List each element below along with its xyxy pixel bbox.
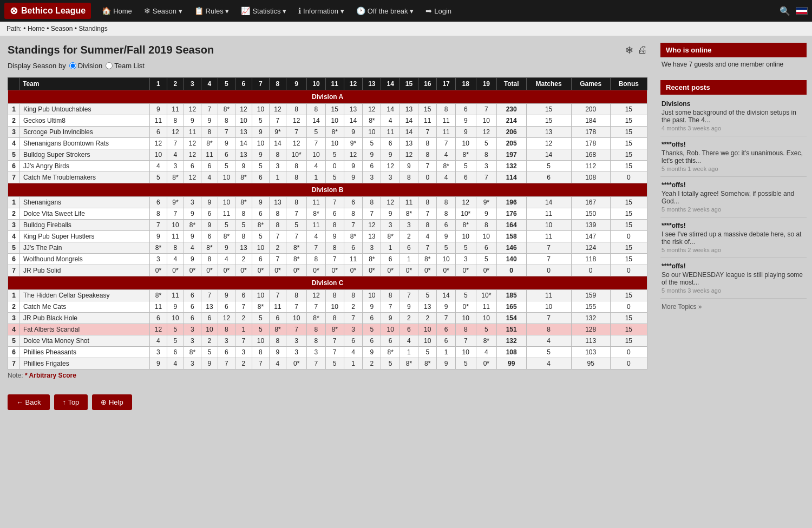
rules-icon: 📋	[194, 6, 204, 15]
score-cell: 7	[286, 231, 307, 242]
post-time: 5 months 2 weeks ago	[662, 247, 806, 253]
score-cell: 4	[150, 161, 167, 172]
score-cell: 0*	[363, 265, 381, 276]
clock-icon: 🕐	[356, 6, 365, 15]
total-cell: 206	[496, 127, 526, 138]
score-cell: 3	[400, 220, 418, 231]
score-cell: 9	[437, 301, 455, 313]
radio-division-text: Division	[78, 62, 103, 70]
post-title[interactable]: Divisions	[662, 100, 806, 108]
nav-home[interactable]: 🏠 Home	[96, 4, 137, 17]
post-title[interactable]: ****offs!	[662, 141, 806, 148]
nav-offthebreak[interactable]: 🕐 Off the break ▾	[351, 4, 420, 17]
snowflake-icon[interactable]: ❄	[625, 44, 633, 56]
score-cell: 12	[218, 313, 235, 324]
score-cell: 10	[307, 149, 325, 161]
score-cell: 8*	[150, 290, 167, 301]
score-cell: 2	[235, 313, 252, 324]
bonus-cell: 15	[610, 149, 647, 161]
score-cell: 3	[150, 347, 167, 358]
score-cell: 8	[344, 208, 362, 220]
score-cell: 8*	[218, 104, 235, 115]
score-cell: 5	[218, 220, 235, 231]
bonus-cell: 15	[610, 161, 647, 172]
score-cell: 8*	[286, 242, 307, 254]
score-cell: 0*	[218, 265, 235, 276]
score-cell: 12	[150, 324, 167, 335]
top-button[interactable]: ↑ Top	[54, 394, 88, 410]
score-cell: 6	[150, 197, 167, 208]
score-cell: 7	[167, 138, 184, 149]
nav-rules[interactable]: 📋 Rules ▾	[189, 4, 235, 17]
radio-teamlist-label[interactable]: Team List	[106, 62, 145, 70]
print-icon[interactable]: 🖨	[638, 44, 647, 56]
score-cell: 8*	[363, 254, 381, 265]
post-title[interactable]: ****offs!	[662, 181, 806, 189]
score-cell: 3	[184, 197, 201, 208]
score-cell: 9	[252, 197, 270, 208]
score-cell: 9	[476, 208, 496, 220]
games-cell: 132	[571, 313, 610, 324]
radio-division[interactable]	[69, 62, 76, 69]
back-button[interactable]: ← Back	[8, 394, 50, 410]
nav-statistics[interactable]: 📈 Statistics ▾	[235, 4, 292, 17]
score-cell: 8*	[201, 138, 218, 149]
score-cell: 9	[218, 242, 235, 254]
post-excerpt: Thanks, Rob. There we go: it's unanimous…	[662, 149, 806, 164]
brand[interactable]: ⊗ Bethico League	[4, 3, 91, 19]
score-cell: 9	[184, 208, 201, 220]
table-row: 1King Pub Untouchables9111278*1210128815…	[8, 104, 647, 115]
score-cell: 3	[476, 161, 496, 172]
score-cell: 8	[363, 197, 381, 208]
score-cell: 8	[269, 208, 286, 220]
score-cell: 8	[167, 115, 184, 127]
score-cell: 7	[286, 324, 307, 335]
nav-information[interactable]: ℹ Information ▾	[293, 4, 350, 17]
score-cell: 3	[184, 324, 201, 335]
score-cell: 12	[184, 149, 201, 161]
score-cell: 9	[269, 347, 286, 358]
flag-icon[interactable]	[796, 7, 808, 15]
score-cell: 1	[269, 172, 286, 183]
search-button[interactable]: 🔍	[775, 4, 795, 18]
help-button[interactable]: ⊕ Help	[92, 394, 132, 410]
score-cell: 12	[150, 138, 167, 149]
games-cell: 168	[571, 149, 610, 161]
rank-cell: 1	[8, 104, 20, 115]
score-cell: 5	[476, 254, 496, 265]
score-cell: 4	[150, 335, 167, 347]
nav-login[interactable]: ➡ Login	[420, 4, 457, 17]
score-cell: 7	[400, 290, 418, 301]
score-cell: 11	[167, 104, 184, 115]
arbitrary-score-note: * Arbitrary Score	[25, 372, 76, 379]
score-cell: 8	[325, 220, 344, 231]
matches-cell: 11	[526, 231, 571, 242]
score-cell: 2	[400, 231, 418, 242]
score-cell: 6	[476, 242, 496, 254]
score-cell: 8	[307, 104, 325, 115]
col-4: 4	[201, 78, 218, 90]
post-title[interactable]: ****offs!	[662, 262, 806, 270]
score-cell: 10	[476, 231, 496, 242]
games-cell: 147	[571, 231, 610, 242]
post-title[interactable]: ****offs!	[662, 222, 806, 229]
rank-cell: 2	[8, 208, 20, 220]
score-cell: 7	[307, 138, 325, 149]
radio-division-label[interactable]: Division	[69, 62, 103, 70]
col-3: 3	[184, 78, 201, 90]
score-cell: 8*	[235, 197, 252, 208]
score-cell: 7	[437, 313, 455, 324]
score-cell: 0*	[400, 265, 418, 276]
score-cell: 8*	[400, 208, 418, 220]
nav-season[interactable]: ❄ Season ▾	[139, 4, 188, 17]
bonus-cell: 15	[610, 335, 647, 347]
games-cell: 95	[571, 358, 610, 369]
rank-cell: 4	[8, 231, 20, 242]
more-topics-link[interactable]: More Topics »	[660, 301, 807, 313]
score-cell: 6	[381, 335, 400, 347]
score-cell: 8*	[437, 161, 455, 172]
score-cell: 0*	[476, 358, 496, 369]
radio-teamlist[interactable]	[106, 62, 113, 69]
score-cell: 12	[381, 161, 400, 172]
rank-cell: 3	[8, 127, 20, 138]
